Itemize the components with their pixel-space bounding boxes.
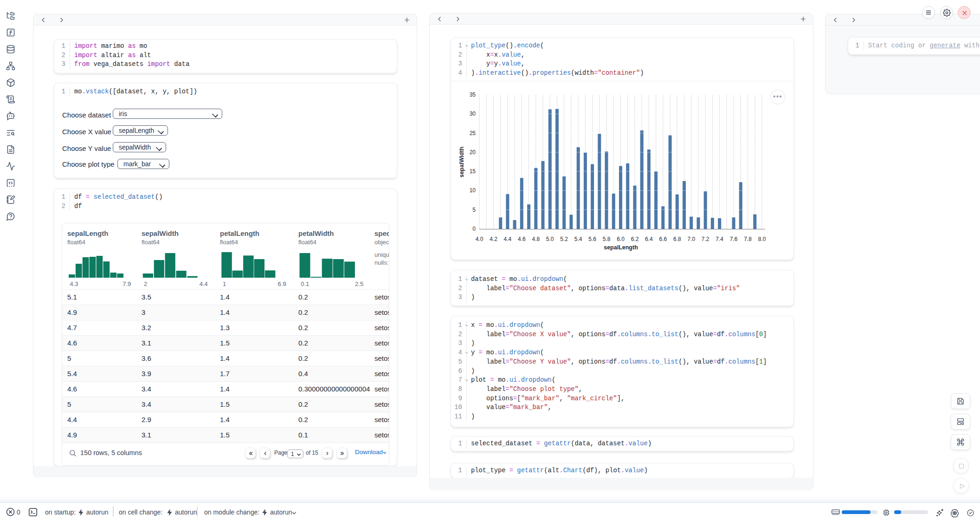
svg-text:0: 0	[472, 226, 476, 232]
svg-text:4.4: 4.4	[504, 236, 512, 242]
svg-text:5: 5	[472, 207, 476, 213]
svg-text:30: 30	[470, 111, 476, 117]
svg-text:4.4: 4.4	[200, 280, 208, 287]
svg-text:6.0: 6.0	[617, 236, 625, 242]
svg-text:6.2: 6.2	[631, 236, 639, 242]
svg-text:7.4: 7.4	[716, 236, 723, 242]
svg-text:20: 20	[470, 149, 476, 156]
svg-text:5.8: 5.8	[603, 236, 611, 242]
svg-text:sepalWidth: sepalWidth	[142, 229, 179, 237]
svg-text:float64: float64	[142, 239, 160, 246]
svg-text:35: 35	[470, 91, 476, 98]
svg-text:7.9: 7.9	[122, 280, 131, 287]
svg-text:5.2: 5.2	[560, 236, 568, 242]
svg-text:7.6: 7.6	[730, 236, 738, 242]
svg-text:0.1: 0.1	[301, 280, 309, 287]
svg-text:4.3: 4.3	[70, 280, 78, 287]
svg-text:float64: float64	[220, 239, 238, 246]
svg-text:4.8: 4.8	[532, 236, 540, 242]
svg-text:2.5: 2.5	[355, 280, 363, 287]
svg-text:6.8: 6.8	[673, 236, 681, 242]
svg-text:10: 10	[470, 187, 476, 194]
svg-text:7.0: 7.0	[687, 236, 695, 242]
svg-text:25: 25	[470, 130, 476, 137]
svg-text:petalWidth: petalWidth	[298, 229, 334, 237]
svg-text:float64: float64	[298, 239, 316, 246]
svg-text:petalLength: petalLength	[220, 229, 259, 237]
svg-text:5.6: 5.6	[588, 236, 596, 242]
svg-text:5.4: 5.4	[574, 236, 582, 242]
svg-text:speci: speci	[374, 229, 389, 237]
svg-text:4.2: 4.2	[490, 236, 497, 242]
svg-text:objec: objec	[374, 239, 389, 246]
svg-text:8.0: 8.0	[758, 236, 766, 242]
svg-text:6.6: 6.6	[659, 236, 667, 242]
svg-text:6.4: 6.4	[645, 236, 653, 242]
svg-text:4.0: 4.0	[476, 236, 484, 242]
svg-text:1: 1	[223, 280, 226, 287]
svg-text:7.2: 7.2	[702, 236, 709, 242]
svg-text:2: 2	[144, 280, 147, 287]
svg-text:sepalWidth: sepalWidth	[458, 147, 465, 178]
svg-text:sepalLength: sepalLength	[604, 244, 638, 251]
svg-text:nulls:: nulls:	[374, 259, 388, 266]
svg-text:5.0: 5.0	[546, 236, 554, 242]
svg-text:uniqu: uniqu	[374, 251, 389, 258]
svg-text:6.9: 6.9	[278, 280, 286, 287]
svg-text:7.8: 7.8	[744, 236, 752, 242]
svg-text:15: 15	[470, 168, 476, 175]
svg-text:4.6: 4.6	[518, 236, 526, 242]
svg-text:sepalLength: sepalLength	[67, 229, 108, 237]
svg-text:float64: float64	[67, 239, 85, 246]
